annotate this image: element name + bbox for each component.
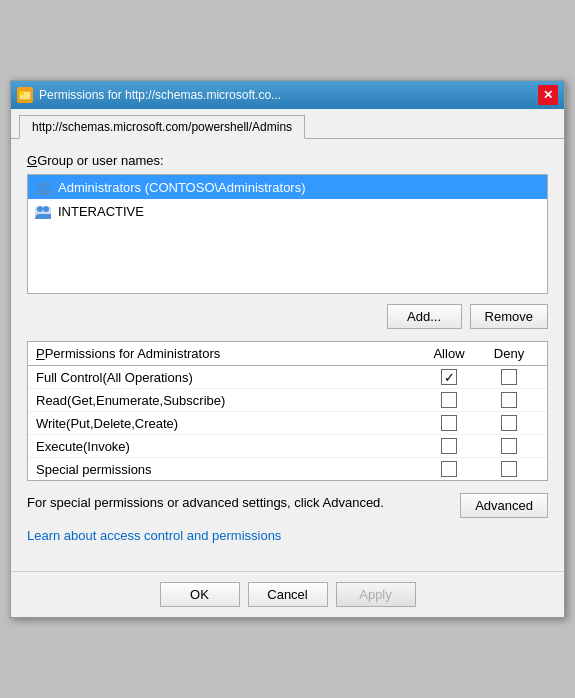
checkbox-execute-allow[interactable] bbox=[441, 438, 457, 454]
svg-point-3 bbox=[37, 182, 43, 188]
user-label-administrators: Administrators (CONTOSO\Administrators) bbox=[58, 180, 306, 195]
perm-name-special: Special permissions bbox=[36, 462, 419, 477]
perm-deny-execute bbox=[479, 438, 539, 454]
perm-name-read: Read(Get,Enumerate,Subscribe) bbox=[36, 393, 419, 408]
perm-allow-special bbox=[419, 461, 479, 477]
tab-bar: http://schemas.microsoft.com/powershell/… bbox=[11, 109, 564, 139]
perm-row-special: Special permissions bbox=[28, 458, 547, 480]
add-button[interactable]: Add... bbox=[387, 304, 462, 329]
perm-deny-read bbox=[479, 392, 539, 408]
perm-deny-write bbox=[479, 415, 539, 431]
titlebar: Permissions for http://schemas.microsoft… bbox=[11, 81, 564, 109]
list-item-administrators[interactable]: Administrators (CONTOSO\Administrators) bbox=[28, 175, 547, 199]
learn-link[interactable]: Learn about access control and permissio… bbox=[27, 528, 548, 543]
advanced-row: For special permissions or advanced sett… bbox=[27, 493, 548, 518]
checkbox-write-deny[interactable] bbox=[501, 415, 517, 431]
perm-allow-read bbox=[419, 392, 479, 408]
svg-point-4 bbox=[43, 182, 49, 188]
cancel-button[interactable]: Cancel bbox=[248, 582, 328, 607]
svg-point-6 bbox=[37, 206, 43, 212]
perm-name-execute: Execute(Invoke) bbox=[36, 439, 419, 454]
perm-allow-full-control bbox=[419, 369, 479, 385]
user-label-interactive: INTERACTIVE bbox=[58, 204, 144, 219]
perm-col-allow: Allow bbox=[419, 346, 479, 361]
perm-allow-execute bbox=[419, 438, 479, 454]
checkbox-read-allow[interactable] bbox=[441, 392, 457, 408]
titlebar-left: Permissions for http://schemas.microsoft… bbox=[17, 87, 281, 103]
perm-deny-special bbox=[479, 461, 539, 477]
perm-row-full-control: Full Control(All Operations) bbox=[28, 366, 547, 389]
svg-rect-1 bbox=[19, 91, 24, 95]
checkbox-special-allow[interactable] bbox=[441, 461, 457, 477]
close-button[interactable]: ✕ bbox=[538, 85, 558, 105]
remove-button[interactable]: Remove bbox=[470, 304, 548, 329]
checkbox-full-control-deny[interactable] bbox=[501, 369, 517, 385]
checkbox-full-control-allow[interactable] bbox=[441, 369, 457, 385]
permissions-window: Permissions for http://schemas.microsoft… bbox=[10, 80, 565, 618]
checkbox-special-deny[interactable] bbox=[501, 461, 517, 477]
group-icon-interactive bbox=[34, 202, 52, 220]
permissions-table: PPermissions for Administrators Allow De… bbox=[27, 341, 548, 481]
perm-name-full-control: Full Control(All Operations) bbox=[36, 370, 419, 385]
perm-row-write: Write(Put,Delete,Create) bbox=[28, 412, 547, 435]
perm-col-deny: Deny bbox=[479, 346, 539, 361]
checkbox-execute-deny[interactable] bbox=[501, 438, 517, 454]
perm-name-write: Write(Put,Delete,Create) bbox=[36, 416, 419, 431]
perm-deny-full-control bbox=[479, 369, 539, 385]
advanced-text: For special permissions or advanced sett… bbox=[27, 493, 450, 513]
main-content: GGroup or user names: Administrators (CO… bbox=[11, 139, 564, 571]
group-icon-administrators bbox=[34, 178, 52, 196]
user-buttons-row: Add... Remove bbox=[27, 304, 548, 329]
ok-button[interactable]: OK bbox=[160, 582, 240, 607]
permissions-table-header: PPermissions for Administrators Allow De… bbox=[28, 342, 547, 366]
bottom-buttons: OK Cancel Apply bbox=[11, 571, 564, 617]
perm-row-read: Read(Get,Enumerate,Subscribe) bbox=[28, 389, 547, 412]
list-item-interactive[interactable]: INTERACTIVE bbox=[28, 199, 547, 223]
user-list[interactable]: Administrators (CONTOSO\Administrators) … bbox=[27, 174, 548, 294]
tab-label: http://schemas.microsoft.com/powershell/… bbox=[32, 120, 292, 134]
perm-row-execute: Execute(Invoke) bbox=[28, 435, 547, 458]
advanced-button[interactable]: Advanced bbox=[460, 493, 548, 518]
window-icon bbox=[17, 87, 33, 103]
group-label: GGroup or user names: bbox=[27, 153, 548, 168]
checkbox-write-allow[interactable] bbox=[441, 415, 457, 431]
svg-point-7 bbox=[43, 206, 49, 212]
apply-button[interactable]: Apply bbox=[336, 582, 416, 607]
checkbox-read-deny[interactable] bbox=[501, 392, 517, 408]
perm-allow-write bbox=[419, 415, 479, 431]
titlebar-title: Permissions for http://schemas.microsoft… bbox=[39, 88, 281, 102]
perm-col-name: PPermissions for Administrators bbox=[36, 346, 419, 361]
tab-admins[interactable]: http://schemas.microsoft.com/powershell/… bbox=[19, 115, 305, 139]
